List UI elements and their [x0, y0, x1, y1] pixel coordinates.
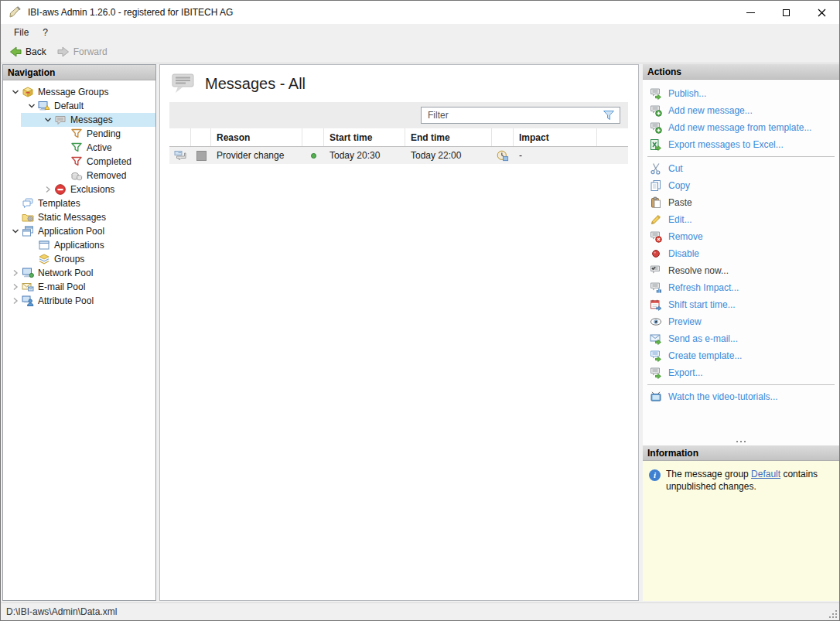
action-add-message-from-template[interactable]: Add new message from template...: [643, 119, 839, 136]
default-group-link[interactable]: Default: [751, 469, 780, 479]
forward-button[interactable]: Forward: [52, 45, 113, 59]
send-email-icon: [650, 333, 662, 345]
menu-help[interactable]: ?: [36, 26, 55, 39]
export-icon: [650, 367, 662, 379]
actions-list: Publish... Add new message... Add new me…: [643, 80, 839, 438]
action-preview[interactable]: Preview: [643, 313, 839, 330]
action-disable[interactable]: Disable: [643, 245, 839, 262]
minimize-icon: [746, 12, 755, 13]
action-edit[interactable]: Edit...: [643, 211, 839, 228]
back-button[interactable]: Back: [4, 45, 52, 59]
header-state-column[interactable]: [191, 128, 211, 146]
maximize-button[interactable]: [768, 1, 804, 24]
panel-splitter[interactable]: [643, 438, 839, 445]
filter-funnel-icon[interactable]: [603, 110, 615, 121]
header-start-time[interactable]: Start time: [324, 128, 405, 146]
action-add-new-message[interactable]: Add new message...: [643, 102, 839, 119]
chevron-down-icon[interactable]: [26, 100, 38, 112]
action-copy[interactable]: Copy: [643, 177, 839, 194]
shift-start-time-icon: [650, 299, 662, 311]
disable-icon: [650, 247, 662, 260]
chevron-right-icon[interactable]: [42, 183, 54, 196]
nav-item-messages[interactable]: Messages: [3, 113, 155, 127]
header-status-column[interactable]: [302, 128, 324, 146]
excel-export-icon: [650, 138, 662, 151]
action-export[interactable]: Export...: [643, 364, 839, 381]
close-button[interactable]: [804, 1, 839, 24]
action-paste[interactable]: Paste: [643, 194, 839, 211]
chevron-spacer: [26, 239, 38, 251]
chevron-right-icon[interactable]: [9, 281, 22, 293]
action-send-as-email[interactable]: Send as e-mail...: [643, 330, 839, 347]
nav-item-completed[interactable]: Completed: [3, 155, 155, 169]
message-remove-icon: [650, 230, 662, 243]
table-row[interactable]: Provider change Today 20:30 Today 22:00 …: [169, 147, 628, 164]
nav-item-message-groups[interactable]: Message Groups: [3, 85, 155, 99]
title-bar[interactable]: IBI-aws Admin 1.26.0 - registered for IB…: [1, 1, 839, 24]
active-status-icon: [311, 153, 316, 159]
message-publish-icon: [650, 87, 662, 100]
header-impact-icon-column[interactable]: [492, 128, 514, 146]
navigation-panel: Navigation Message Groups Default Messag…: [2, 64, 156, 601]
chevron-down-icon[interactable]: [9, 86, 22, 98]
nav-item-static-messages[interactable]: Static Messages: [3, 210, 155, 224]
nav-item-attribute-pool[interactable]: Attribute Pool: [3, 294, 155, 308]
chevron-spacer: [58, 169, 70, 182]
header-reason[interactable]: Reason: [211, 128, 302, 146]
application-pool-icon: [22, 225, 34, 237]
nav-item-templates[interactable]: Templates: [3, 196, 155, 210]
message-add-icon: [650, 104, 662, 117]
chevron-spacer: [58, 128, 70, 140]
chevron-down-icon[interactable]: [42, 114, 54, 126]
message-add-icon: [650, 121, 662, 134]
action-cut[interactable]: Cut: [643, 160, 839, 177]
video-tutorials-icon: [650, 391, 662, 403]
header-end-time[interactable]: End time: [405, 128, 492, 146]
nav-item-application-pool[interactable]: Application Pool: [3, 224, 155, 238]
nav-item-network-pool[interactable]: Network Pool: [3, 266, 155, 280]
action-resolve-now[interactable]: Resolve now...: [643, 262, 839, 279]
chevron-spacer: [26, 253, 38, 265]
menu-bar: File ?: [1, 24, 839, 41]
action-watch-video-tutorials[interactable]: Watch the video-tutorials...: [643, 388, 839, 405]
action-shift-start-time[interactable]: Shift start time...: [643, 296, 839, 313]
menu-file[interactable]: File: [7, 26, 36, 39]
nav-item-exclusions[interactable]: Exclusions: [3, 183, 155, 196]
action-refresh-impact[interactable]: Refresh Impact...: [643, 279, 839, 296]
group-default-icon: [38, 100, 50, 112]
create-template-icon: [650, 350, 662, 362]
nav-item-pending[interactable]: Pending: [3, 127, 155, 141]
information-panel: i The message group Default contains unp…: [643, 461, 839, 601]
nav-item-groups[interactable]: Groups: [3, 252, 155, 266]
action-export-messages-to-excel[interactable]: Export messages to Excel...: [643, 136, 839, 153]
header-impact[interactable]: Impact: [514, 128, 597, 146]
paste-icon: [650, 196, 662, 209]
action-create-template[interactable]: Create template...: [643, 347, 839, 364]
status-bar: D:\IBI-aws\Admin\Data.xml: [1, 602, 839, 620]
message-resolve-icon: [650, 264, 662, 277]
nav-item-applications[interactable]: Applications: [3, 238, 155, 252]
attribute-pool-icon: [22, 295, 34, 307]
exclusions-icon: [54, 183, 67, 196]
chevron-down-icon[interactable]: [9, 225, 22, 237]
action-remove[interactable]: Remove: [643, 228, 839, 245]
nav-item-active[interactable]: Active: [3, 141, 155, 155]
nav-item-default[interactable]: Default: [3, 99, 155, 113]
nav-item-removed[interactable]: Removed: [3, 169, 155, 183]
minimize-button[interactable]: [732, 1, 768, 24]
nav-item-email-pool[interactable]: E-mail Pool: [3, 280, 155, 294]
applications-icon: [38, 239, 50, 251]
header-type-column[interactable]: [169, 128, 191, 146]
table-header-row: Reason Start time End time Impact: [169, 128, 628, 147]
close-icon: [818, 9, 826, 17]
chevron-right-icon[interactable]: [9, 267, 22, 279]
forward-arrow-icon: [57, 46, 70, 57]
actions-header: Actions: [643, 64, 839, 80]
filter-input[interactable]: [422, 110, 603, 121]
cut-icon: [650, 162, 662, 175]
messages-icon: [54, 114, 67, 126]
cell-start-time: Today 20:30: [324, 147, 405, 164]
action-publish[interactable]: Publish...: [643, 85, 839, 102]
resize-grip[interactable]: [829, 610, 837, 618]
chevron-right-icon[interactable]: [9, 295, 22, 307]
